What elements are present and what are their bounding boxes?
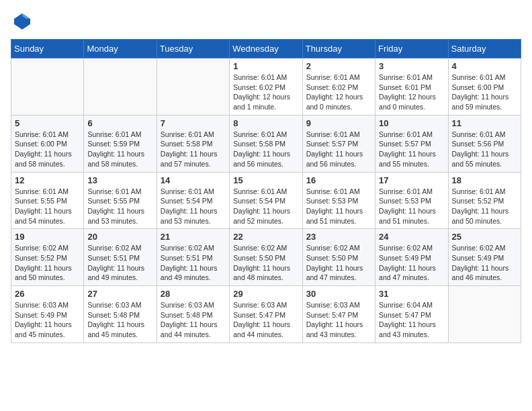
day-number: 3 [379,61,444,71]
calendar-cell: 28Sunrise: 6:03 AM Sunset: 5:48 PM Dayli… [157,286,229,343]
page-header [11,11,521,31]
calendar-cell: 26Sunrise: 6:03 AM Sunset: 5:49 PM Dayli… [11,286,84,343]
day-info: Sunrise: 6:03 AM Sunset: 5:47 PM Dayligh… [306,300,371,340]
calendar-cell: 9Sunrise: 6:01 AM Sunset: 5:57 PM Daylig… [302,115,375,172]
calendar-cell: 29Sunrise: 6:03 AM Sunset: 5:47 PM Dayli… [230,286,302,343]
calendar-cell: 19Sunrise: 6:02 AM Sunset: 5:52 PM Dayli… [11,229,84,286]
day-info: Sunrise: 6:01 AM Sunset: 6:02 PM Dayligh… [233,73,298,112]
day-number: 21 [161,232,226,242]
calendar-cell: 30Sunrise: 6:03 AM Sunset: 5:47 PM Dayli… [302,286,375,343]
calendar-cell: 4Sunrise: 6:01 AM Sunset: 6:00 PM Daylig… [448,58,521,116]
day-info: Sunrise: 6:02 AM Sunset: 5:51 PM Dayligh… [161,243,226,283]
day-info: Sunrise: 6:01 AM Sunset: 5:54 PM Dayligh… [233,187,298,226]
day-number: 7 [161,118,226,128]
weekday-header-tuesday: Tuesday [157,40,229,58]
calendar-cell: 5Sunrise: 6:01 AM Sunset: 6:00 PM Daylig… [11,115,84,172]
day-info: Sunrise: 6:02 AM Sunset: 5:50 PM Dayligh… [233,243,298,283]
calendar-cell: 14Sunrise: 6:01 AM Sunset: 5:54 PM Dayli… [157,172,229,229]
calendar-cell [84,58,157,116]
day-number: 14 [161,175,226,185]
day-number: 12 [15,175,80,185]
day-info: Sunrise: 6:02 AM Sunset: 5:50 PM Dayligh… [306,243,371,283]
weekday-header-monday: Monday [84,40,157,58]
weekday-header-thursday: Thursday [302,40,375,58]
day-number: 26 [15,289,80,299]
calendar-week-row: 1Sunrise: 6:01 AM Sunset: 6:02 PM Daylig… [11,58,521,116]
day-number: 22 [233,232,298,242]
calendar-cell: 15Sunrise: 6:01 AM Sunset: 5:54 PM Dayli… [230,172,302,229]
weekday-header-wednesday: Wednesday [230,40,302,58]
calendar-cell: 11Sunrise: 6:01 AM Sunset: 5:56 PM Dayli… [448,115,521,172]
day-info: Sunrise: 6:02 AM Sunset: 5:49 PM Dayligh… [452,243,517,283]
calendar-cell: 16Sunrise: 6:01 AM Sunset: 5:53 PM Dayli… [302,172,375,229]
calendar-week-row: 26Sunrise: 6:03 AM Sunset: 5:49 PM Dayli… [11,286,521,343]
day-info: Sunrise: 6:02 AM Sunset: 5:51 PM Dayligh… [87,243,152,283]
day-number: 19 [15,232,80,242]
day-number: 1 [233,61,298,71]
calendar-cell [11,58,84,116]
calendar-cell: 22Sunrise: 6:02 AM Sunset: 5:50 PM Dayli… [230,229,302,286]
day-info: Sunrise: 6:01 AM Sunset: 5:58 PM Dayligh… [233,130,298,169]
weekday-header-row: SundayMondayTuesdayWednesdayThursdayFrid… [11,40,521,58]
calendar-cell: 7Sunrise: 6:01 AM Sunset: 5:58 PM Daylig… [157,115,229,172]
day-info: Sunrise: 6:03 AM Sunset: 5:48 PM Dayligh… [87,300,152,340]
day-info: Sunrise: 6:01 AM Sunset: 5:58 PM Dayligh… [161,130,226,169]
day-number: 20 [87,232,152,242]
calendar-cell [448,286,521,343]
calendar-cell: 24Sunrise: 6:02 AM Sunset: 5:49 PM Dayli… [375,229,448,286]
calendar-week-row: 12Sunrise: 6:01 AM Sunset: 5:55 PM Dayli… [11,172,521,229]
day-info: Sunrise: 6:01 AM Sunset: 6:00 PM Dayligh… [15,130,80,169]
day-info: Sunrise: 6:01 AM Sunset: 6:02 PM Dayligh… [306,73,371,112]
day-number: 6 [87,118,152,128]
calendar-cell: 23Sunrise: 6:02 AM Sunset: 5:50 PM Dayli… [302,229,375,286]
weekday-header-friday: Friday [375,40,448,58]
calendar-table: SundayMondayTuesdayWednesdayThursdayFrid… [11,39,521,343]
calendar-cell: 31Sunrise: 6:04 AM Sunset: 5:47 PM Dayli… [375,286,448,343]
day-info: Sunrise: 6:01 AM Sunset: 5:57 PM Dayligh… [306,130,371,169]
day-info: Sunrise: 6:03 AM Sunset: 5:48 PM Dayligh… [161,300,226,340]
calendar-week-row: 5Sunrise: 6:01 AM Sunset: 6:00 PM Daylig… [11,115,521,172]
day-number: 24 [379,232,444,242]
day-number: 30 [306,289,371,299]
day-number: 10 [379,118,444,128]
day-info: Sunrise: 6:01 AM Sunset: 5:53 PM Dayligh… [306,187,371,226]
day-number: 13 [87,175,152,185]
day-number: 23 [306,232,371,242]
logo [11,11,33,31]
calendar-cell: 21Sunrise: 6:02 AM Sunset: 5:51 PM Dayli… [157,229,229,286]
calendar-cell: 2Sunrise: 6:01 AM Sunset: 6:02 PM Daylig… [302,58,375,116]
day-info: Sunrise: 6:03 AM Sunset: 5:49 PM Dayligh… [15,300,80,340]
day-info: Sunrise: 6:04 AM Sunset: 5:47 PM Dayligh… [379,300,444,340]
day-number: 18 [452,175,517,185]
day-info: Sunrise: 6:01 AM Sunset: 6:00 PM Dayligh… [452,73,517,112]
weekday-header-sunday: Sunday [11,40,84,58]
calendar-cell: 6Sunrise: 6:01 AM Sunset: 5:59 PM Daylig… [84,115,157,172]
day-info: Sunrise: 6:02 AM Sunset: 5:49 PM Dayligh… [379,243,444,283]
day-number: 28 [161,289,226,299]
calendar-cell: 20Sunrise: 6:02 AM Sunset: 5:51 PM Dayli… [84,229,157,286]
calendar-cell: 3Sunrise: 6:01 AM Sunset: 6:01 PM Daylig… [375,58,448,116]
day-number: 11 [452,118,517,128]
day-info: Sunrise: 6:01 AM Sunset: 5:57 PM Dayligh… [379,130,444,169]
day-number: 4 [452,61,517,71]
day-info: Sunrise: 6:01 AM Sunset: 5:56 PM Dayligh… [452,130,517,169]
day-number: 17 [379,175,444,185]
calendar-cell: 18Sunrise: 6:01 AM Sunset: 5:52 PM Dayli… [448,172,521,229]
day-number: 25 [452,232,517,242]
day-info: Sunrise: 6:01 AM Sunset: 5:55 PM Dayligh… [15,187,80,226]
day-info: Sunrise: 6:02 AM Sunset: 5:52 PM Dayligh… [15,243,80,283]
day-number: 29 [233,289,298,299]
calendar-cell: 27Sunrise: 6:03 AM Sunset: 5:48 PM Dayli… [84,286,157,343]
day-info: Sunrise: 6:01 AM Sunset: 5:52 PM Dayligh… [452,187,517,226]
day-number: 15 [233,175,298,185]
calendar-week-row: 19Sunrise: 6:02 AM Sunset: 5:52 PM Dayli… [11,229,521,286]
calendar-cell: 8Sunrise: 6:01 AM Sunset: 5:58 PM Daylig… [230,115,302,172]
calendar-cell [157,58,229,116]
day-number: 9 [306,118,371,128]
day-info: Sunrise: 6:01 AM Sunset: 6:01 PM Dayligh… [379,73,444,112]
day-number: 8 [233,118,298,128]
calendar-cell: 1Sunrise: 6:01 AM Sunset: 6:02 PM Daylig… [230,58,302,116]
day-number: 31 [379,289,444,299]
day-number: 16 [306,175,371,185]
day-number: 2 [306,61,371,71]
